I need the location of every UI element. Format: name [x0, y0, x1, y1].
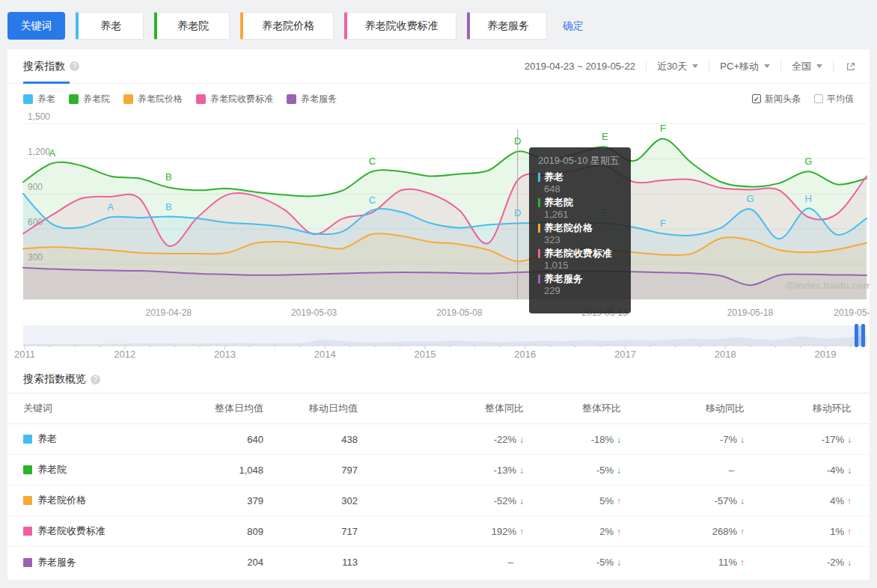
tooltip-series-label: 养老 — [544, 171, 563, 183]
percent-value: – — [508, 557, 513, 568]
keyword-toolbar: 关键词 养老养老院养老院价格养老院收费标准养老服务 确定 — [0, 0, 877, 43]
keyword-cell: 养老服务 — [23, 556, 187, 569]
keyword-label: 养老 — [37, 432, 57, 446]
tooltip-item: 养老院价格323 — [538, 222, 622, 245]
event-marker-D: D — [514, 135, 521, 147]
keyword-cell: 养老院 — [23, 463, 187, 477]
keyword-input-label: 养老院收费标准 — [365, 19, 438, 33]
mobile-avg-value: 438 — [263, 434, 358, 445]
legend-label: 养老服务 — [301, 93, 337, 105]
percent-cell: -13%↓ — [358, 465, 524, 476]
legend-item[interactable]: 养老院价格 — [123, 93, 183, 105]
tab-search-index[interactable]: 搜索指数 — [23, 60, 65, 73]
legend-swatch — [69, 94, 79, 104]
table-header-cell: 关键词 — [23, 402, 187, 415]
tooltip-series-label: 养老院 — [544, 197, 573, 209]
option-checkbox-checked[interactable]: ✓新闻头条 — [752, 93, 801, 105]
table-header-cell: 移动同比 — [621, 402, 745, 415]
percent-value: -22% — [494, 434, 516, 445]
tooltip-series-name: 养老院 — [538, 197, 622, 209]
checkbox-icon[interactable]: ✓ — [752, 94, 761, 103]
percent-value: 192% — [492, 526, 516, 537]
percent-value: -52% — [494, 495, 516, 506]
y-axis-label: 900 — [28, 182, 43, 192]
event-marker-G: G — [804, 156, 812, 167]
chart-legend: 养老养老院养老院价格养老院收费标准养老服务 — [23, 93, 337, 105]
percent-cell: -7%↓ — [621, 434, 745, 445]
tooltip-series-value: 229 — [544, 285, 622, 296]
confirm-link[interactable]: 确定 — [563, 19, 584, 33]
percent-value: 1% — [830, 526, 844, 537]
event-marker-B: B — [165, 201, 172, 212]
keyword-input-label: 养老院价格 — [262, 19, 314, 33]
table-row: 养老院价格379302-52%↓5%↑-57%↓4%↑ — [7, 486, 870, 516]
option-checkbox-unchecked[interactable]: 平均值 — [814, 93, 854, 105]
percent-value: 268% — [712, 526, 737, 537]
navigator-track[interactable] — [23, 325, 867, 346]
help-icon[interactable]: ? — [70, 61, 79, 71]
keyword-input-label: 养老院 — [177, 19, 209, 33]
keyword-input[interactable]: 养老院 — [154, 12, 230, 40]
navigator-year-label: 2011 — [14, 349, 35, 360]
x-axis-label: 2019-05-03 — [291, 307, 337, 318]
tooltip-series-value: 648 — [544, 183, 622, 195]
table-header-cell: 整体日均值 — [187, 402, 263, 415]
keyword-input[interactable]: 养老 — [76, 12, 144, 40]
navigator-year-label: 2012 — [114, 349, 135, 360]
arrow-down-icon: ↓ — [847, 465, 852, 476]
navigator-handle-right[interactable] — [861, 324, 865, 347]
external-link-icon[interactable] — [846, 61, 856, 72]
percent-value: -7% — [720, 434, 737, 445]
help-icon[interactable]: ? — [91, 375, 100, 385]
trend-chart-area[interactable]: ABCDEFGABCDEFGH @index.baidu.com 2019-05… — [7, 111, 870, 325]
event-marker-B: B — [165, 171, 172, 183]
keyword-input[interactable]: 养老院收费标准 — [344, 12, 456, 40]
device-dropdown[interactable]: PC+移动 — [720, 60, 770, 73]
percent-cell: -4%↓ — [745, 465, 852, 476]
legend-item[interactable]: 养老院 — [69, 93, 110, 105]
chevron-down-icon — [816, 64, 822, 68]
table-header-cell: 移动日均值 — [263, 402, 358, 415]
percent-cell: 192%↑ — [358, 526, 524, 537]
tooltip-series-label: 养老院价格 — [544, 222, 593, 234]
percent-cell: -52%↓ — [358, 495, 524, 506]
keyword-input[interactable]: 养老院价格 — [240, 12, 334, 40]
navigator-handle-left[interactable] — [855, 324, 858, 347]
percent-value: -13% — [494, 465, 516, 476]
percent-cell: 1%↑ — [745, 526, 852, 537]
mobile-avg-value: 113 — [263, 557, 358, 568]
percent-value: 11% — [718, 557, 737, 568]
percent-cell: -17%↓ — [745, 434, 852, 445]
keyword-swatch — [23, 435, 32, 444]
tooltip-series-value: 323 — [544, 234, 622, 245]
trend-chart[interactable]: ABCDEFGABCDEFGH — [23, 114, 867, 304]
percent-value: -5% — [596, 465, 614, 476]
legend-item[interactable]: 养老服务 — [287, 93, 337, 105]
period-dropdown[interactable]: 近30天 — [657, 60, 698, 73]
tooltip-series-value: 1,261 — [544, 209, 622, 220]
percent-cell: 5%↑ — [524, 495, 621, 506]
tooltip-series-label: 养老服务 — [544, 273, 583, 285]
x-axis-label: 2019-05-22 — [834, 307, 870, 318]
overview-title: 搜索指数概览 — [23, 373, 86, 386]
watermark: @index.baidu.com — [786, 280, 870, 291]
checkbox-icon[interactable] — [814, 94, 823, 103]
event-marker-C: C — [369, 195, 376, 206]
navigator-year-label: 2016 — [514, 349, 536, 360]
mobile-avg-value: 797 — [263, 465, 358, 476]
keyword-button[interactable]: 关键词 — [7, 12, 65, 40]
keyword-input[interactable]: 养老服务 — [467, 12, 547, 40]
legend-item[interactable]: 养老 — [23, 93, 55, 105]
legend-row: 养老养老院养老院价格养老院收费标准养老服务 ✓新闻头条平均值 — [7, 84, 870, 111]
region-dropdown[interactable]: 全国 — [792, 60, 822, 73]
event-marker-H: H — [805, 193, 812, 204]
x-axis-label: 2019-04-28 — [146, 307, 192, 318]
keyword-input-label: 养老服务 — [487, 19, 529, 33]
keyword-cell: 养老院收费标准 — [23, 524, 187, 538]
table-header-cell: 移动环比 — [745, 402, 852, 415]
navigator-year-label: 2015 — [415, 349, 436, 360]
tooltip-series-swatch — [538, 198, 540, 207]
overall-avg-value: 204 — [187, 557, 263, 568]
legend-item[interactable]: 养老院收费标准 — [196, 93, 273, 105]
percent-cell: -57%↓ — [621, 495, 745, 506]
